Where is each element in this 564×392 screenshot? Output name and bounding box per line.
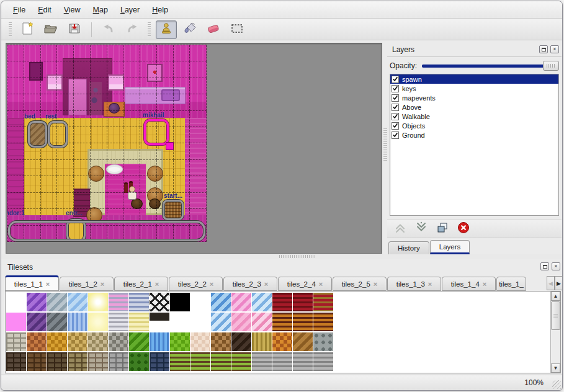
map-object-mikhail[interactable] bbox=[144, 119, 169, 145]
tile-grass-green[interactable] bbox=[170, 332, 190, 351]
tile-water-ripple[interactable] bbox=[68, 313, 87, 331]
tile-planks-gray[interactable] bbox=[313, 352, 333, 371]
tile-glass-blue[interactable] bbox=[68, 293, 87, 311]
scrollbar-down-arrow[interactable]: ▼ bbox=[551, 363, 560, 373]
tile-brick-gray[interactable] bbox=[109, 352, 128, 371]
delete-layer-button[interactable] bbox=[455, 221, 472, 236]
map-object-start[interactable] bbox=[163, 200, 184, 220]
menu-view[interactable]: View bbox=[58, 4, 86, 16]
tile-glass-blue-2[interactable] bbox=[211, 293, 231, 311]
layer-row-keys[interactable]: keys bbox=[390, 84, 558, 93]
tileset-tab-tiles_2_1[interactable]: tiles_2_1× bbox=[114, 277, 168, 291]
map-object-andor1[interactable] bbox=[8, 221, 205, 241]
tile-glass-purple-dark[interactable] bbox=[27, 313, 47, 331]
tilesets-float-button[interactable] bbox=[540, 262, 549, 270]
layer-visibility-checkbox[interactable] bbox=[392, 113, 399, 120]
resize-grip[interactable] bbox=[552, 380, 561, 389]
tile-stripes-amber[interactable] bbox=[313, 313, 333, 331]
tile-furrows[interactable] bbox=[211, 352, 231, 371]
tilesets-close-button[interactable]: × bbox=[552, 262, 560, 270]
tile-brick-mossy[interactable] bbox=[68, 352, 87, 371]
tile-blank[interactable] bbox=[190, 313, 210, 331]
scrollbar-thumb[interactable] bbox=[551, 301, 560, 330]
stamp-brush-button[interactable] bbox=[156, 20, 177, 39]
lower-layer-button[interactable] bbox=[413, 221, 429, 236]
layer-visibility-checkbox[interactable] bbox=[392, 131, 399, 139]
layer-visibility-checkbox[interactable] bbox=[392, 104, 399, 111]
tile-glass-pink-2[interactable] bbox=[231, 313, 251, 331]
tile-blank[interactable] bbox=[170, 313, 190, 331]
tile-stripes-yellow[interactable] bbox=[129, 313, 149, 331]
layers-float-button[interactable] bbox=[539, 45, 548, 53]
open-map-button[interactable] bbox=[40, 20, 61, 39]
horizontal-splitter[interactable] bbox=[1, 254, 562, 259]
tile-stones-round[interactable] bbox=[313, 332, 333, 351]
tile-brick-dark[interactable] bbox=[6, 352, 26, 371]
tile-stripes-gray[interactable] bbox=[109, 313, 128, 331]
layer-visibility-checkbox[interactable] bbox=[392, 122, 399, 130]
tileset-tabs-scroll-left[interactable]: ◀ bbox=[547, 276, 555, 290]
tileset-tab-tiles_1_3[interactable]: tiles_1_3× bbox=[387, 277, 441, 291]
tileset-tab-tiles_1_1[interactable]: tiles_1_1× bbox=[5, 275, 59, 291]
tile-brick-brown[interactable] bbox=[27, 352, 47, 371]
layer-visibility-checkbox[interactable] bbox=[392, 76, 399, 83]
toolbar-drag-handle[interactable] bbox=[9, 22, 12, 37]
tileset-tab-tiles_1_2[interactable]: tiles_1_2× bbox=[60, 277, 114, 291]
tile-stripes-pink[interactable] bbox=[109, 293, 128, 311]
rectangular-select-button[interactable] bbox=[226, 20, 248, 39]
tileset-tab-tiles_2_2[interactable]: tiles_2_2× bbox=[169, 277, 223, 291]
tile-glass-gray[interactable] bbox=[47, 293, 67, 311]
tab-close-icon[interactable]: × bbox=[210, 280, 213, 288]
toolbar-drag-handle[interactable] bbox=[148, 22, 151, 37]
tileset-scrollbar[interactable]: ▲ ▼ bbox=[550, 292, 560, 373]
duplicate-layer-button[interactable] bbox=[434, 221, 450, 236]
scrollbar-up-arrow[interactable]: ▲ bbox=[551, 292, 560, 301]
menu-edit[interactable]: Edit bbox=[32, 4, 57, 16]
tab-close-icon[interactable]: × bbox=[101, 280, 104, 288]
tab-close-icon[interactable]: × bbox=[264, 280, 268, 288]
tile-glass-pink[interactable] bbox=[231, 293, 251, 311]
map-viewport[interactable]: bedrestmikhailstart...entr...andor:1 bbox=[6, 43, 382, 254]
horizontal-splitter-handle[interactable] bbox=[279, 255, 315, 258]
tile-sand-pale[interactable] bbox=[190, 332, 210, 351]
tile-curtain-red[interactable] bbox=[272, 293, 292, 311]
menu-file[interactable]: File bbox=[7, 4, 31, 16]
opacity-slider-handle[interactable] bbox=[543, 61, 559, 71]
tile-waves-pink[interactable] bbox=[252, 313, 272, 331]
tileset-tab-tiles_2_4[interactable]: tiles_2_4× bbox=[278, 277, 332, 291]
tab-close-icon[interactable]: × bbox=[483, 280, 486, 288]
tileset-tab-tiles_2_5[interactable]: tiles_2_5× bbox=[333, 277, 387, 291]
menu-map[interactable]: Map bbox=[87, 4, 114, 16]
tab-close-icon[interactable]: × bbox=[428, 280, 432, 288]
tile-planks-gold[interactable] bbox=[252, 332, 272, 351]
tileset-tab-tiles_2_3[interactable]: tiles_2_3× bbox=[223, 277, 277, 291]
tile-scrub-brown[interactable] bbox=[211, 332, 231, 351]
layer-visibility-checkbox[interactable] bbox=[392, 94, 399, 102]
tile-glass-blue-corner[interactable] bbox=[211, 313, 231, 331]
dock-tab-layers[interactable]: Layers bbox=[430, 240, 470, 254]
tile-planks-gray[interactable] bbox=[252, 352, 272, 371]
tile-furrows[interactable] bbox=[190, 352, 210, 371]
bucket-fill-button[interactable] bbox=[179, 20, 200, 39]
tile-glass-gray-dark[interactable] bbox=[47, 313, 67, 331]
save-map-button[interactable] bbox=[64, 20, 85, 39]
menu-help[interactable]: Help bbox=[146, 4, 174, 16]
tile-furrows[interactable] bbox=[170, 352, 190, 371]
tile-blank[interactable] bbox=[190, 293, 210, 311]
tile-stripes-slate[interactable] bbox=[129, 293, 149, 311]
dock-tab-history[interactable]: History bbox=[388, 241, 429, 254]
layer-row-ground[interactable]: Ground bbox=[390, 130, 558, 140]
menu-layer[interactable]: Layer bbox=[115, 4, 145, 16]
tile-pale-yellow[interactable] bbox=[88, 313, 108, 331]
map-canvas[interactable]: bedrestmikhailstart...entr...andor:1 bbox=[7, 45, 207, 242]
tile-herringbone[interactable] bbox=[293, 332, 313, 351]
tile-brick-navy[interactable] bbox=[150, 352, 169, 371]
tileset-view[interactable]: ▲ ▼ bbox=[5, 291, 561, 373]
tile-tiles-gold[interactable] bbox=[47, 332, 67, 351]
tile-curtain-red[interactable] bbox=[293, 293, 313, 311]
layer-visibility-checkbox[interactable] bbox=[392, 85, 399, 92]
tileset-tabs-scroll-right[interactable]: ▶ bbox=[555, 276, 563, 290]
tile-stripes-amber[interactable] bbox=[272, 313, 292, 331]
layer-row-above[interactable]: Above bbox=[390, 102, 558, 112]
tab-close-icon[interactable]: × bbox=[155, 280, 159, 288]
